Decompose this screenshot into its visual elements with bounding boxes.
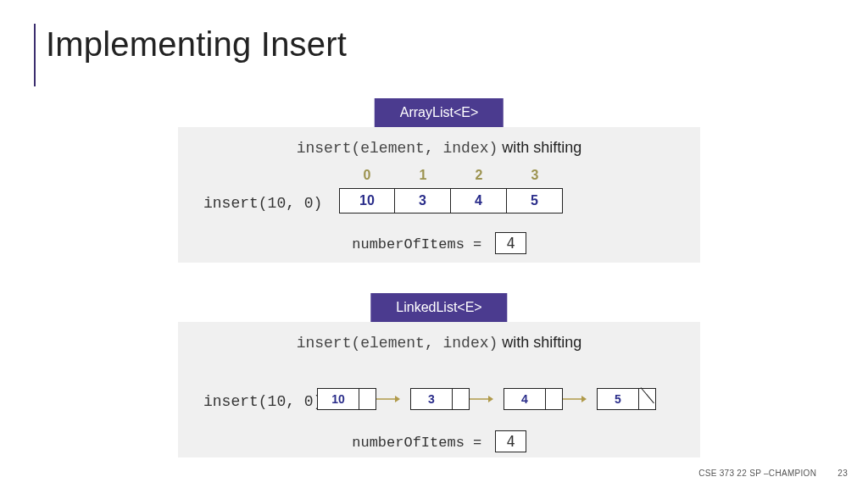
arraylist-badge: ArrayList<E> xyxy=(375,98,504,127)
signature-code: insert(element, index) xyxy=(297,140,498,157)
slide-title: Implementing Insert xyxy=(46,25,347,64)
node-value: 4 xyxy=(504,389,545,409)
index-label: 3 xyxy=(507,168,563,183)
arrow-icon xyxy=(480,399,493,400)
linkedlist-count: numberOfItems = 4 xyxy=(178,430,700,452)
svg-marker-5 xyxy=(581,396,587,402)
node-pointer-null xyxy=(638,389,655,409)
count-value: 4 xyxy=(495,232,526,254)
count-value: 4 xyxy=(495,430,526,452)
list-node: 5 xyxy=(597,388,656,410)
array-cell: 10 xyxy=(339,188,395,214)
array-cell: 5 xyxy=(507,188,563,214)
linkedlist-signature: insert(element, index) with shifting xyxy=(178,334,700,352)
node-value: 10 xyxy=(318,389,359,409)
array-cells: 10 3 4 5 xyxy=(339,188,563,214)
signature-code: insert(element, index) xyxy=(297,335,498,352)
count-label: numberOfItems = xyxy=(352,236,490,252)
arrow-icon xyxy=(387,399,400,400)
index-label: 2 xyxy=(451,168,507,183)
linkedlist-nodes: 10 3 4 5 xyxy=(317,388,656,410)
arraylist-call: insert(10, 0) xyxy=(203,195,322,212)
node-pointer xyxy=(545,389,562,409)
footer: CSE 373 22 SP –CHAMPION 23 xyxy=(698,469,848,478)
signature-suffix: with shifting xyxy=(498,334,581,351)
title-rule xyxy=(34,24,36,86)
linkedlist-call: insert(10, 0) xyxy=(203,393,322,410)
footer-course: CSE 373 22 SP –CHAMPION xyxy=(698,469,816,478)
arraylist-count: numberOfItems = 4 xyxy=(178,232,700,254)
arrow-icon xyxy=(573,399,587,400)
svg-marker-3 xyxy=(488,396,493,402)
index-label: 1 xyxy=(395,168,451,183)
array-cell: 4 xyxy=(451,188,507,214)
count-label: numberOfItems = xyxy=(352,435,490,451)
node-value: 3 xyxy=(411,389,452,409)
arraylist-panel: ArrayList<E> insert(element, index) with… xyxy=(178,127,700,263)
index-label: 0 xyxy=(339,168,395,183)
linkedlist-badge: LinkedList<E> xyxy=(370,293,507,322)
footer-page: 23 xyxy=(837,469,848,478)
node-pointer xyxy=(452,389,469,409)
list-node: 4 xyxy=(504,388,563,410)
array-cell: 3 xyxy=(395,188,451,214)
linkedlist-panel: LinkedList<E> insert(element, index) wit… xyxy=(178,322,700,458)
arraylist-signature: insert(element, index) with shifting xyxy=(178,139,700,157)
list-node: 3 xyxy=(410,388,470,410)
node-value: 5 xyxy=(598,389,638,409)
node-pointer xyxy=(359,389,376,409)
index-row: 0 1 2 3 xyxy=(339,168,563,183)
signature-suffix: with shifting xyxy=(498,139,581,156)
svg-marker-1 xyxy=(395,396,400,402)
list-node: 10 xyxy=(317,388,376,410)
